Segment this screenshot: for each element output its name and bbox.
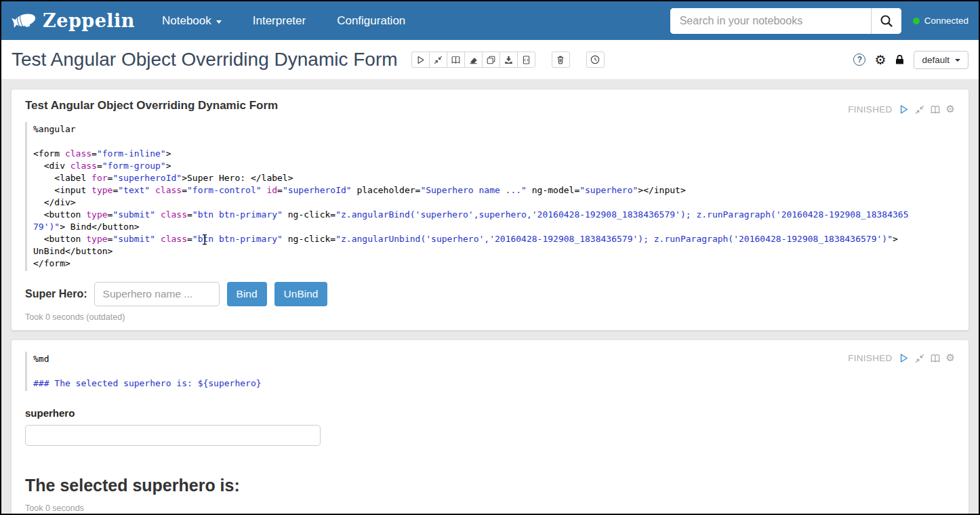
- superhero-field-label: superhero: [25, 407, 955, 419]
- code-file-icon: [522, 56, 531, 64]
- play-icon: [899, 104, 909, 115]
- book-icon: [931, 354, 940, 363]
- search-icon: [880, 14, 893, 28]
- superhero-field-input[interactable]: [25, 425, 321, 446]
- dynamic-form: superhero: [25, 407, 955, 446]
- connected-dot-icon: [913, 18, 920, 24]
- paragraph-settings-icon[interactable]: ⚙: [946, 353, 955, 363]
- play-icon: [899, 353, 909, 363]
- code-editor[interactable]: %md ### The selected superhero is: ${sup…: [25, 352, 955, 391]
- status-badge: FINISHED: [848, 104, 892, 115]
- paragraph-status-row: FINISHED ⚙: [848, 353, 955, 363]
- paragraph-markdown: FINISHED ⚙ %md ### The selected superher…: [11, 339, 969, 515]
- code-editor[interactable]: %angular <form class="form-inline"> <div…: [25, 122, 955, 271]
- version-control-button[interactable]: [517, 52, 535, 68]
- clear-output-button[interactable]: [464, 52, 483, 68]
- zeppelin-app: { "theme": { "navbar_bg": "#3071A9", "pr…: [0, 0, 980, 515]
- paragraph-angular: FINISHED ⚙ Test Angular Object Overridin…: [11, 89, 969, 331]
- scheduler-button[interactable]: [586, 52, 605, 68]
- trash-icon: [556, 55, 565, 64]
- paragraph-status-row: FINISHED ⚙: [848, 104, 955, 115]
- chevron-down-icon: [955, 59, 960, 62]
- run-all-icon: [416, 56, 425, 64]
- toggle-output-button[interactable]: [931, 105, 940, 115]
- elapsed-time: Took 0 seconds: [25, 503, 955, 513]
- note-header: Test Angular Object Overriding Dynamic F…: [1, 40, 979, 80]
- note-content: FINISHED ⚙ Test Angular Object Overridin…: [1, 80, 979, 515]
- lock-icon: [895, 54, 905, 65]
- toggle-output-button[interactable]: [931, 354, 940, 363]
- angular-output-form: Super Hero: Bind UnBind: [25, 282, 955, 306]
- superhero-form-label: Super Hero:: [25, 288, 87, 300]
- collapse-code-icon: [915, 105, 924, 115]
- toggle-editor-button[interactable]: [915, 354, 924, 363]
- book-icon: [451, 56, 460, 64]
- search-button[interactable]: [871, 8, 901, 34]
- nav-configuration[interactable]: Configuration: [337, 14, 405, 28]
- connection-status: Connected: [913, 16, 968, 26]
- download-icon: [504, 56, 513, 64]
- run-paragraph-button[interactable]: [899, 104, 909, 115]
- paragraph-title[interactable]: Test Angular Object Overriding Dynamic F…: [25, 99, 955, 112]
- nav-notebook[interactable]: Notebook: [162, 14, 222, 28]
- nav-configuration-label: Configuration: [337, 14, 405, 28]
- nav-interpreter[interactable]: Interpreter: [253, 14, 306, 28]
- status-badge: FINISHED: [848, 353, 892, 363]
- collapse-code-icon: [915, 354, 924, 363]
- run-all-button[interactable]: [411, 52, 430, 68]
- superhero-input[interactable]: [94, 282, 220, 306]
- notebook-search: [670, 8, 901, 34]
- toggle-editor-button[interactable]: [915, 105, 924, 115]
- clock-icon: [590, 55, 600, 64]
- brand-title: Zeppelin: [43, 10, 135, 31]
- export-note-button[interactable]: [499, 52, 518, 68]
- interpreter-binding-label: default: [922, 55, 950, 65]
- note-toolbar: [411, 52, 535, 68]
- hide-code-button[interactable]: [429, 52, 447, 68]
- zeppelin-logo-icon: [12, 10, 37, 31]
- help-icon[interactable]: ?: [853, 54, 865, 66]
- interpreter-binding-dropdown[interactable]: default: [914, 51, 968, 69]
- run-paragraph-button[interactable]: [899, 353, 909, 363]
- note-title[interactable]: Test Angular Object Overriding Dynamic F…: [12, 49, 398, 70]
- connected-label: Connected: [924, 16, 968, 26]
- elapsed-time: Took 0 seconds (outdated): [25, 312, 955, 322]
- hide-output-button[interactable]: [447, 52, 465, 68]
- clone-icon: [487, 56, 495, 64]
- clone-note-button[interactable]: [482, 52, 500, 68]
- top-navbar: Zeppelin Notebook Interpreter Configurat…: [1, 1, 979, 40]
- remove-note-button[interactable]: [552, 52, 570, 68]
- book-icon: [931, 105, 940, 115]
- search-input[interactable]: [670, 8, 871, 34]
- paragraph-settings-icon[interactable]: ⚙: [946, 104, 955, 115]
- nav-interpreter-label: Interpreter: [253, 14, 306, 28]
- nav-notebook-label: Notebook: [162, 14, 211, 28]
- gear-icon[interactable]: ⚙: [874, 54, 886, 66]
- unbind-button[interactable]: UnBind: [274, 282, 328, 306]
- markdown-output-heading: The selected superhero is:: [25, 476, 955, 495]
- bind-button[interactable]: Bind: [227, 282, 267, 306]
- note-header-right: ? ⚙ default: [853, 51, 968, 69]
- eraser-icon: [469, 56, 478, 64]
- zeppelin-brand[interactable]: Zeppelin: [12, 10, 135, 31]
- chevron-down-icon: [216, 20, 222, 24]
- collapse-code-icon: [434, 56, 443, 64]
